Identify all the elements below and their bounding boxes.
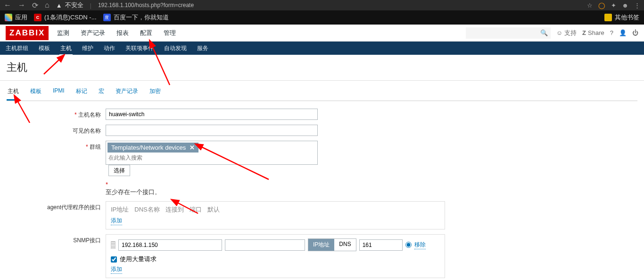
search-icon[interactable]: 🔍 xyxy=(540,29,548,36)
tab-tags[interactable]: 标记 xyxy=(75,85,88,101)
snmp-default-radio[interactable] xyxy=(405,242,412,248)
subnav-services[interactable]: 服务 xyxy=(196,42,209,55)
subnav-templates[interactable]: 模板 xyxy=(38,42,51,55)
toggle-ip[interactable]: IP地址 xyxy=(308,239,334,251)
form-tabs: 主机 模板 IPMI 标记 宏 资产记录 加密 xyxy=(7,85,637,101)
agent-iface-box: IP地址DNS名称 连接到端口 默认 添加 xyxy=(106,201,445,229)
subnav-actions[interactable]: 动作 xyxy=(103,42,116,55)
hostname-input[interactable] xyxy=(106,109,318,120)
insecure-label: 不安全 xyxy=(65,1,83,9)
bulk-checkbox[interactable] xyxy=(111,256,117,263)
address-url[interactable]: 192.168.1.100/hosts.php?form=create xyxy=(98,2,194,8)
main-menu: 监测 资产记录 报表 配置 管理 xyxy=(55,25,178,42)
menu-config[interactable]: 配置 xyxy=(138,25,154,42)
groups-multiselect[interactable]: Templates/Network devices✕ xyxy=(106,141,318,165)
agent-add-link[interactable]: 添加 xyxy=(111,217,122,225)
subnav-hostgroups[interactable]: 主机群组 xyxy=(5,42,29,55)
iface-header: IP地址DNS名称 连接到端口 默认 xyxy=(111,205,440,214)
nav-back-icon[interactable]: ← xyxy=(4,1,11,9)
drag-handle-icon[interactable] xyxy=(111,241,116,249)
addr-separator: | xyxy=(90,2,91,9)
groups-search-input[interactable] xyxy=(107,153,316,163)
profile-icon[interactable]: ☻ xyxy=(622,2,628,9)
bm-csdn[interactable]: C(1条消息)CSDN -... xyxy=(34,13,97,22)
nav-home-icon[interactable]: ⌂ xyxy=(45,1,50,9)
toggle-dns[interactable]: DNS xyxy=(334,239,355,251)
warning-icon: ▲ xyxy=(56,2,62,9)
snmp-ip-input[interactable] xyxy=(118,239,222,251)
search-input[interactable] xyxy=(466,27,551,39)
iface-warning: * 至少存在一个接口。 xyxy=(106,181,161,196)
group-tag[interactable]: Templates/Network devices✕ xyxy=(107,143,198,153)
visiblename-label: 可见的名称 xyxy=(7,125,106,135)
menu-monitor[interactable]: 监测 xyxy=(55,25,71,42)
snmp-remove-link[interactable]: 移除 xyxy=(414,241,426,249)
groups-label: 群组 xyxy=(7,141,106,151)
support-link[interactable]: ☺支持 xyxy=(556,29,577,37)
subnav-maintenance[interactable]: 维护 xyxy=(81,42,94,55)
tab-macros[interactable]: 宏 xyxy=(98,85,105,101)
tag-remove-icon[interactable]: ✕ xyxy=(190,144,195,151)
subnav-correlation[interactable]: 关联项事件 xyxy=(124,42,155,55)
tab-inventory[interactable]: 资产记录 xyxy=(115,85,139,101)
subnav-discovery[interactable]: 自动发现 xyxy=(163,42,188,55)
tab-encryption[interactable]: 加密 xyxy=(149,85,162,101)
bulk-label: 使用大量请求 xyxy=(120,255,157,263)
snmp-port-input[interactable] xyxy=(359,239,403,251)
bm-baidu[interactable]: 度百度一下，你就知道 xyxy=(103,13,169,22)
hostname-label: 主机名称 xyxy=(7,109,106,119)
nav-reload-icon[interactable]: ⟳ xyxy=(32,1,38,10)
menu-icon[interactable]: ⋮ xyxy=(634,2,640,9)
visiblename-input[interactable] xyxy=(106,125,318,136)
chrome-circle-icon[interactable]: ◯ xyxy=(598,2,605,9)
snmp-label: SNMP接口 xyxy=(7,234,106,245)
bm-other[interactable]: 其他书签 xyxy=(604,13,639,22)
nav-fwd-icon[interactable]: → xyxy=(18,1,25,9)
snmp-add-link[interactable]: 添加 xyxy=(111,265,122,274)
menu-inventory[interactable]: 资产记录 xyxy=(79,25,107,42)
sub-nav: 主机群组 模板 主机 维护 动作 关联项事件 自动发现 服务 xyxy=(0,42,644,55)
tab-host[interactable]: 主机 xyxy=(7,85,20,101)
host-form: 主机名称 可见的名称 群组 Templates/Network devices✕… xyxy=(0,101,644,280)
user-icon[interactable]: 👤 xyxy=(619,29,627,36)
bm-apps[interactable]: 应用 xyxy=(5,13,27,22)
snmp-iface-box: IP地址 DNS 移除 使用大量请求 添加 xyxy=(106,234,445,278)
extension-icon[interactable]: ✦ xyxy=(611,2,616,9)
tab-ipmi[interactable]: IPMI xyxy=(52,85,66,101)
subnav-hosts[interactable]: 主机 xyxy=(59,42,73,55)
snmp-dns-input[interactable] xyxy=(225,239,305,251)
share-link[interactable]: ZShare xyxy=(582,29,604,36)
menu-admin[interactable]: 管理 xyxy=(162,25,178,42)
menu-reports[interactable]: 报表 xyxy=(115,25,131,42)
agent-label: agent代理程序的接口 xyxy=(7,201,106,212)
page-title: 主机 xyxy=(0,55,644,81)
zabbix-header: ZABBIX 监测 资产记录 报表 配置 管理 🔍 ☺支持 ZShare ? 👤… xyxy=(0,25,644,42)
connect-toggle[interactable]: IP地址 DNS xyxy=(308,238,356,251)
select-button[interactable]: 选择 xyxy=(108,165,130,176)
star-icon[interactable]: ☆ xyxy=(587,2,593,9)
tab-templates[interactable]: 模板 xyxy=(29,85,42,101)
help-icon[interactable]: ? xyxy=(610,29,613,36)
bookmarks-bar: 应用 C(1条消息)CSDN -... 度百度一下，你就知道 其他书签 xyxy=(0,10,644,25)
zabbix-logo[interactable]: ZABBIX xyxy=(6,26,49,40)
browser-toolbar: ← → ⟳ ⌂ ▲ 不安全 | 192.168.1.100/hosts.php?… xyxy=(0,0,644,10)
power-icon[interactable]: ⏻ xyxy=(632,29,638,36)
